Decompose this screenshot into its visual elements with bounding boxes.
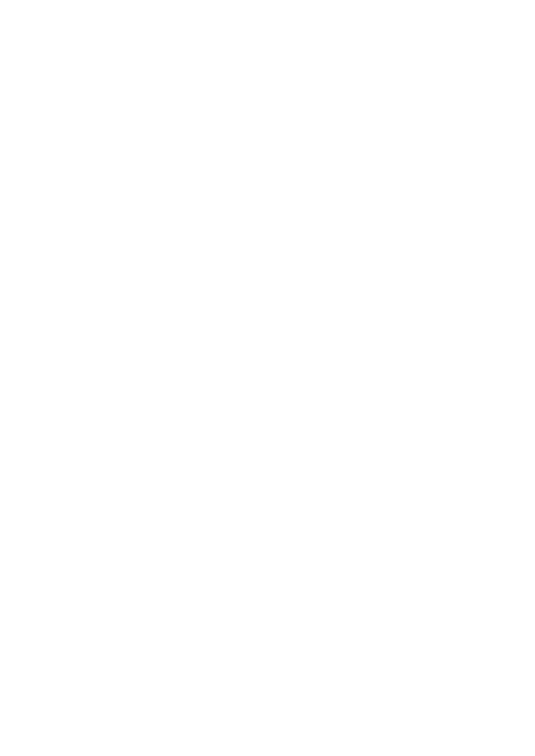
document-page <box>0 0 535 261</box>
